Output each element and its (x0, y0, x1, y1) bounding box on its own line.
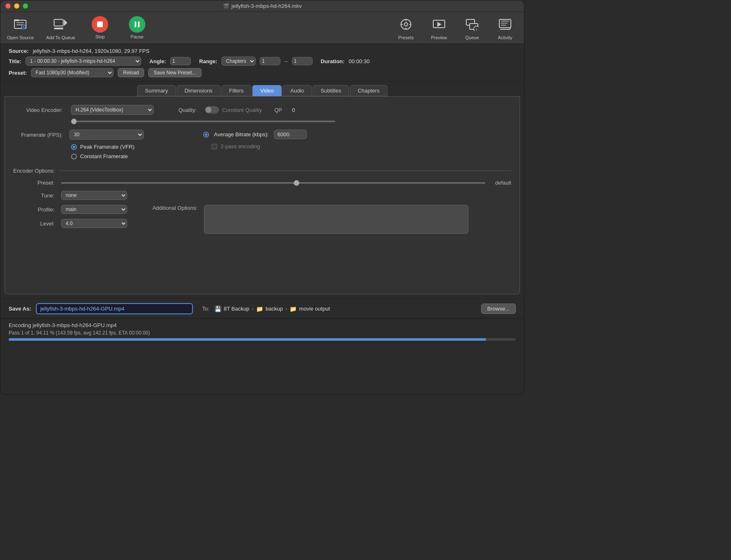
profile-row: Profile: main high baseline (13, 205, 127, 214)
video-encoder-label: Video Encoder: (13, 107, 63, 113)
duration-value: 00:00:30 (349, 58, 370, 64)
save-new-preset-button[interactable]: Save New Preset... (148, 68, 202, 77)
svg-point-14 (404, 23, 408, 26)
pause-label: Pause (131, 34, 143, 39)
duration-label: Duration: (321, 58, 345, 64)
range-from-spinbox[interactable] (260, 57, 280, 65)
activity-icon (496, 15, 514, 33)
status-bar: Encoding jellyfish-3-mbps-hd-h264-GPU.mp… (0, 318, 524, 342)
angle-spinbox[interactable] (170, 57, 191, 65)
qp-value: 0 (292, 107, 295, 113)
encoder-preset-row: Preset: default (13, 180, 511, 186)
quality-slider[interactable] (71, 121, 335, 122)
tab-chapters[interactable]: Chapters (350, 85, 387, 96)
avg-bitrate-input[interactable] (274, 130, 307, 139)
constant-quality-toggle[interactable] (205, 106, 219, 114)
preset-row-label: Preset: (9, 70, 27, 76)
framerate-radio-group: Peak Framerate (VFR) Constant Framerate (13, 144, 178, 159)
maximize-button[interactable] (23, 3, 28, 9)
pause-icon (129, 16, 145, 33)
path-arrow-2: › (285, 306, 287, 312)
reload-button[interactable]: Reload (118, 68, 144, 77)
activity-button[interactable]: Activity (493, 15, 517, 40)
encoder-preset-slider[interactable] (61, 182, 485, 184)
queue-button[interactable]: i Queue (460, 15, 484, 40)
add-to-queue-button[interactable]: Add To Queue (46, 15, 75, 40)
saveas-input[interactable] (36, 303, 193, 314)
source-label: Source: (9, 48, 28, 54)
tab-audio[interactable]: Audio (282, 85, 312, 96)
framerate-label: Framerate (FPS): (13, 132, 63, 138)
path-folder2: movie output (299, 306, 330, 312)
stop-button[interactable]: Stop (88, 16, 112, 39)
framerate-bitrate-section: Framerate (FPS): 30 24 25 60 Peak Framer… (13, 130, 511, 159)
qp-label: QP (274, 107, 282, 113)
svg-rect-11 (135, 21, 136, 27)
progress-bar-container (9, 338, 516, 341)
folder1-icon: 📁 (256, 306, 263, 312)
avg-bitrate-label: Average Bitrate (kbps): (214, 131, 269, 138)
framerate-select[interactable]: 30 24 25 60 (69, 130, 144, 140)
encoder-options-label: Encoder Options: (13, 168, 55, 174)
encoder-preset-value: default (495, 180, 511, 186)
tab-subtitles[interactable]: Subtitles (313, 85, 349, 96)
title-label: Title: (9, 58, 21, 64)
enc-preset-label: Preset: (21, 180, 55, 186)
tab-summary[interactable]: Summary (137, 85, 176, 96)
svg-marker-8 (64, 19, 67, 26)
profile-additional-section: Profile: main high baseline Level: 4.0 3… (13, 205, 511, 239)
close-button[interactable] (5, 3, 11, 9)
tab-dimensions[interactable]: Dimensions (177, 85, 221, 96)
range-type-select[interactable]: Chapters (221, 57, 256, 66)
path-drive: 8T Backup (224, 306, 249, 312)
browse-button[interactable]: Browse... (481, 304, 516, 314)
encoder-quality-row: Video Encoder: H.264 (VideoToolbox) Qual… (13, 105, 511, 115)
tab-filters[interactable]: Filters (221, 85, 252, 96)
profile-select[interactable]: main high baseline (61, 205, 127, 214)
profile-label: Profile: (21, 206, 55, 213)
preset-row: Preset: Fast 1080p30 (Modified) Reload S… (9, 68, 516, 77)
queue-label: Queue (465, 35, 479, 40)
constant-quality-label: Constant Quality (222, 107, 262, 113)
video-encoder-select[interactable]: H.264 (VideoToolbox) (71, 105, 154, 115)
constant-framerate-radio[interactable]: Constant Framerate (71, 153, 178, 159)
tab-video[interactable]: Video (252, 85, 282, 96)
divider-line (59, 171, 511, 171)
avg-bitrate-radio-dot (203, 132, 209, 138)
presets-label: Presets (398, 35, 413, 40)
level-label: Level: (21, 221, 55, 227)
peak-framerate-radio[interactable]: Peak Framerate (VFR) (71, 144, 178, 150)
tabs-bar: Summary Dimensions Filters Video Audio S… (0, 82, 524, 96)
drive-icon: 💾 (214, 306, 221, 312)
folder2-icon: 📁 (290, 306, 297, 312)
level-select[interactable]: 4.0 3.1 4.1 4.2 (61, 219, 127, 228)
range-label: Range: (199, 58, 217, 64)
presets-button[interactable]: Presets (394, 15, 418, 40)
film-icon: 🎬 (223, 3, 229, 9)
source-value: jellyfish-3-mbps-hd-h264, 1920x1080, 29.… (33, 48, 150, 54)
range-to-spinbox[interactable] (292, 57, 313, 65)
title-row: Title: 1 - 00:00:30 - jellyfish-3-mbps-h… (9, 57, 516, 66)
additional-options-row: Additional Options: (144, 205, 468, 234)
open-source-button[interactable]: Open Source (7, 15, 34, 40)
additional-options-textarea[interactable] (204, 205, 468, 234)
queue-icon: i (463, 15, 481, 33)
title-select[interactable]: 1 - 00:00:30 - jellyfish-3-mbps-hd-h264 (26, 57, 141, 66)
toolbar-left: Open Source Add To Queue Stop Pause (7, 15, 150, 40)
preset-select[interactable]: Fast 1080p30 (Modified) (31, 68, 114, 77)
pause-button[interactable]: Pause (125, 16, 150, 39)
quality-label: Quality: (178, 107, 197, 113)
svg-rect-1 (14, 19, 19, 21)
preview-button[interactable]: Preview (427, 15, 451, 40)
encoder-options-divider: Encoder Options: (13, 168, 511, 174)
saveas-label: Save As: (9, 306, 31, 312)
two-pass-checkbox[interactable]: 2-pass encoding (211, 143, 511, 149)
profile-level-section: Profile: main high baseline Level: 4.0 3… (13, 205, 127, 233)
stop-label: Stop (95, 34, 105, 39)
minimize-button[interactable] (14, 3, 19, 9)
tune-select[interactable]: none film animation grain (61, 191, 127, 200)
peak-framerate-label: Peak Framerate (VFR) (80, 144, 134, 150)
constant-framerate-label: Constant Framerate (80, 153, 128, 159)
tune-row: Tune: none film animation grain (13, 191, 511, 200)
quality-toggle-section: Constant Quality (205, 106, 262, 114)
